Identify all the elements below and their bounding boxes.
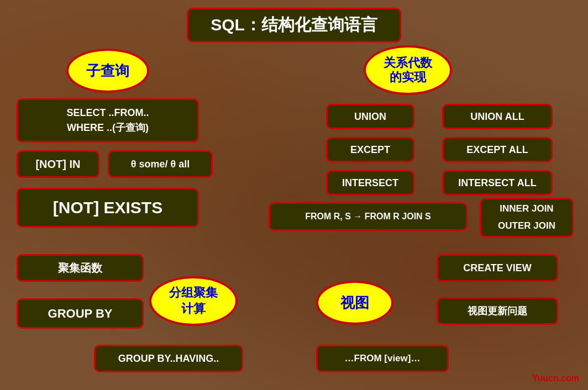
box-union-all: UNION ALL: [442, 104, 553, 129]
oval-group-aggregate: 分组聚集 计算: [149, 276, 238, 326]
box-group-by-having: GROUP BY..HAVING..: [94, 345, 243, 372]
box-intersect: INTERSECT: [326, 170, 414, 196]
box-not-in: [NOT] IN: [17, 150, 99, 178]
box-view-update: 视图更新问题: [437, 297, 558, 325]
oval-relational: 关系代数 的实现: [364, 45, 452, 95]
watermark: Yuucn.com: [532, 373, 579, 383]
box-theta: θ some/ θ all: [108, 150, 213, 178]
box-select-from-where: SELECT ..FROM.. WHERE ..(子查询): [17, 98, 199, 143]
oval-subquery: 子查询: [66, 49, 149, 93]
box-group-by: GROUP BY: [17, 298, 144, 329]
box-from-r-s-join: FROM R, S → FROM R JOIN S: [269, 202, 468, 231]
box-from-view: …FROM [view]…: [316, 345, 449, 372]
box-except-all: EXCEPT ALL: [442, 137, 553, 162]
box-except: EXCEPT: [326, 137, 414, 162]
oval-view: 视图: [316, 281, 393, 325]
box-create-view: CREATE VIEW: [437, 254, 558, 282]
box-not-exists: [NOT] EXISTS: [17, 188, 199, 228]
page-title: SQL：结构化查询语言: [211, 15, 377, 34]
box-inner-outer-join: INNER JOIN OUTER JOIN: [480, 198, 574, 238]
title-box: SQL：结构化查询语言: [187, 8, 401, 43]
box-aggregate: 聚集函数: [17, 254, 144, 282]
box-intersect-all: INTERSECT ALL: [442, 170, 553, 196]
box-union: UNION: [326, 104, 414, 129]
